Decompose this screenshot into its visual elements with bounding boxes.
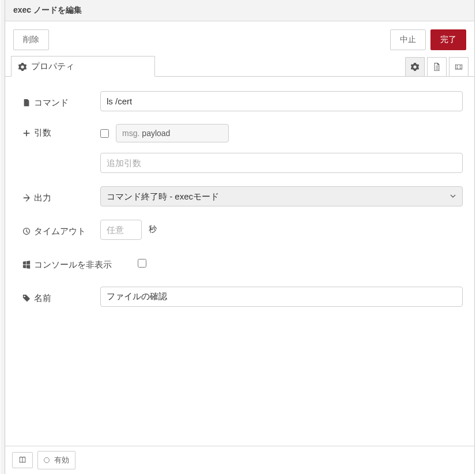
- label-hideconsole: コンソールを非表示: [22, 256, 138, 270]
- label-timeout: タイムアウト: [22, 223, 100, 237]
- clock-icon: [22, 227, 31, 235]
- msg-payload-pill[interactable]: msg. payload: [116, 124, 229, 142]
- tab-properties[interactable]: プロパティ: [11, 56, 155, 77]
- gear-icon: [411, 63, 419, 71]
- done-button[interactable]: 完了: [430, 29, 466, 50]
- name-input[interactable]: [100, 287, 463, 307]
- arrow-right-icon: [22, 194, 31, 202]
- command-input[interactable]: [100, 91, 463, 111]
- file-icon: [433, 63, 441, 71]
- enabled-label: 有効: [54, 455, 69, 465]
- help-button[interactable]: [12, 452, 33, 468]
- extra-args-input[interactable]: [100, 153, 463, 173]
- windows-icon: [22, 261, 31, 269]
- tab-properties-label: プロパティ: [31, 61, 74, 72]
- timeout-input[interactable]: [100, 220, 142, 240]
- msg-prefix: msg.: [122, 129, 139, 138]
- layout-icon: [455, 63, 463, 71]
- tag-icon: [22, 294, 31, 302]
- label-append: 引数: [22, 124, 100, 138]
- plus-icon: [22, 129, 31, 137]
- file-icon: [22, 99, 31, 107]
- book-icon: [18, 456, 27, 464]
- append-payload-checkbox[interactable]: [100, 129, 109, 138]
- label-output: 出力: [22, 189, 100, 204]
- cancel-button[interactable]: 中止: [390, 29, 426, 50]
- tab-icon-description[interactable]: [427, 57, 447, 77]
- gear-icon: [18, 63, 27, 71]
- circle-icon: [44, 457, 50, 463]
- delete-button[interactable]: 削除: [13, 29, 49, 50]
- label-command: コマンド: [22, 94, 100, 108]
- timeout-unit: 秒: [149, 224, 157, 235]
- dialog-title-text: exec ノードを編集: [13, 5, 82, 14]
- tab-icon-settings[interactable]: [405, 57, 425, 77]
- hideconsole-checkbox[interactable]: [138, 259, 146, 268]
- output-select[interactable]: コマンド終了時 - execモード: [100, 186, 463, 206]
- enabled-toggle[interactable]: 有効: [37, 451, 75, 469]
- label-name: 名前: [22, 289, 100, 304]
- dialog-title: exec ノードを編集: [5, 0, 474, 21]
- tab-icon-appearance[interactable]: [449, 57, 469, 77]
- msg-field: payload: [139, 129, 170, 138]
